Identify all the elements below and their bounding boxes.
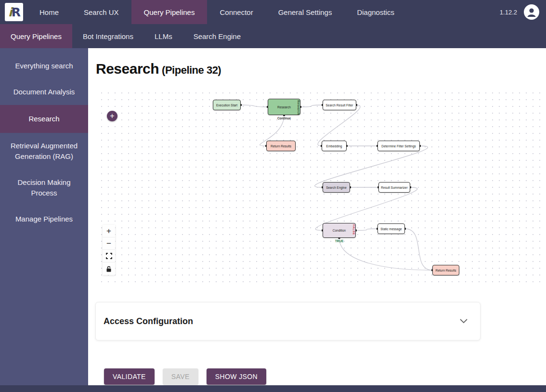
edge-static-message-to-return-results-2 [405, 229, 432, 270]
sidebar-item-document-analysis[interactable]: Document Analysis [0, 79, 88, 105]
node-side-label: Research [297, 100, 300, 115]
node-static-message[interactable]: Static message [377, 223, 405, 234]
main-content: Research(Pipeline 32) Execution StartRes… [88, 48, 546, 385]
pipeline-sidebar: Everything searchDocument AnalysisResear… [0, 48, 88, 385]
node-label: Result Summarizer [381, 186, 407, 189]
app-logo: iR [5, 3, 23, 21]
node-label: Condition [333, 229, 346, 232]
sidebar-item-everything-search[interactable]: Everything search [0, 53, 88, 79]
zoom-in-button[interactable]: + [103, 225, 115, 237]
show-json-button[interactable]: SHOW JSON [207, 368, 266, 385]
app-version: 1.12.2 [500, 9, 517, 16]
topnav-item-diagnostics[interactable]: Diagnostics [344, 0, 407, 24]
user-avatar[interactable] [524, 4, 539, 20]
topnav-item-search-ux[interactable]: Search UX [71, 0, 131, 24]
footer-bar [0, 385, 546, 392]
subnav-item-search-engine[interactable]: Search Engine [183, 24, 251, 48]
node-label: Determine Filter Settings [381, 144, 416, 148]
edge-execution-start-to-research [241, 105, 268, 107]
node-embedding[interactable]: Embedding [322, 141, 347, 151]
node-label: Research [277, 105, 291, 109]
lock-button[interactable] [103, 262, 115, 275]
action-buttons: VALIDATE SAVE SHOW JSON [104, 368, 266, 385]
page-title: Research(Pipeline 32) [96, 61, 221, 77]
subnav-item-query-pipelines[interactable]: Query Pipelines [0, 24, 72, 48]
node-label: Static message [380, 227, 402, 231]
topnav-right: 1.12.2 [500, 0, 546, 24]
fit-view-button[interactable] [103, 250, 115, 262]
edge-search-result-filter-to-embedding [318, 105, 360, 146]
node-label: Execution Start [216, 104, 237, 107]
top-navigation-bar: iR HomeSearch UXQuery PipelinesConnector… [0, 0, 546, 24]
node-research[interactable]: ResearchResearch [268, 99, 300, 115]
node-return-results-1[interactable]: Return Results [266, 141, 296, 151]
node-label: Search Engine [326, 186, 347, 189]
port-label: TRUE [335, 239, 344, 243]
sidebar-item-retrieval-augmented-generation-rag[interactable]: Retrieval Augmented Generation (RAG) [0, 133, 88, 170]
topnav-item-home[interactable]: Home [27, 0, 71, 24]
node-search-engine[interactable]: Search Engine [323, 182, 350, 193]
minus-icon: − [106, 239, 111, 248]
plus-icon: + [106, 226, 111, 236]
node-label: Search Result Filter [325, 104, 353, 107]
plus-icon: + [110, 112, 114, 120]
subnav-items: Query PipelinesBot IntegrationsLLMsSearc… [0, 24, 251, 48]
zoom-out-button[interactable]: − [103, 237, 115, 250]
node-determine-filter-settings[interactable]: Determine Filter Settings [377, 141, 420, 151]
chevron-down-icon[interactable] [460, 319, 468, 324]
node-condition[interactable]: ConditionFALSE [323, 223, 356, 238]
node-label: Return Results [271, 144, 291, 148]
topnav-item-general-settings[interactable]: General Settings [266, 0, 345, 24]
sidebar-item-decision-making-process[interactable]: Decision Making Process [0, 170, 88, 206]
canvas-controls: + − [103, 225, 115, 275]
subnav-item-bot-integrations[interactable]: Bot Integrations [72, 24, 144, 48]
person-icon [525, 6, 538, 18]
add-node-button[interactable]: + [107, 111, 117, 121]
node-side-label: FALSE [352, 224, 355, 235]
node-result-summarizer[interactable]: Result Summarizer [378, 182, 410, 193]
topnav-items: HomeSearch UXQuery PipelinesConnectorGen… [27, 0, 407, 24]
port-label: Continue [277, 117, 291, 120]
pipeline-name: Research [96, 61, 159, 77]
edge-condition-to-static-message [356, 229, 377, 231]
node-label: Return Results [436, 269, 456, 272]
sidebar-item-manage-pipelines[interactable]: Manage Pipelines [0, 206, 88, 232]
edge-condition-to-return-results-2 [339, 238, 433, 270]
fit-view-icon [106, 253, 112, 259]
edge-layer [96, 88, 546, 283]
node-label: Embedding [326, 144, 342, 148]
validate-button[interactable]: VALIDATE [104, 368, 155, 385]
topnav-item-query-pipelines[interactable]: Query Pipelines [131, 0, 208, 24]
subnav-item-llms[interactable]: LLMs [144, 24, 183, 48]
pipeline-id: (Pipeline 32) [162, 64, 221, 76]
node-execution-start[interactable]: Execution Start [213, 100, 241, 110]
lock-icon [106, 266, 112, 272]
sidebar-item-research[interactable]: Research [0, 105, 88, 133]
node-search-result-filter[interactable]: Search Result Filter [323, 100, 356, 110]
sub-navigation-bar: Query PipelinesBot IntegrationsLLMsSearc… [0, 24, 546, 48]
edge-research-to-search-result-filter [300, 105, 323, 107]
node-return-results-2[interactable]: Return Results [432, 265, 459, 275]
save-button: SAVE [163, 368, 198, 385]
edge-determine-filter-settings-to-search-engine [315, 146, 428, 187]
access-configuration-title: Access Configuration [104, 316, 193, 327]
access-configuration-panel[interactable]: Access Configuration [95, 302, 481, 340]
topnav-item-connector[interactable]: Connector [207, 0, 265, 24]
flow-canvas[interactable]: Execution StartResearchResearchContinueS… [96, 88, 546, 283]
logo-icon: iR [8, 5, 20, 19]
